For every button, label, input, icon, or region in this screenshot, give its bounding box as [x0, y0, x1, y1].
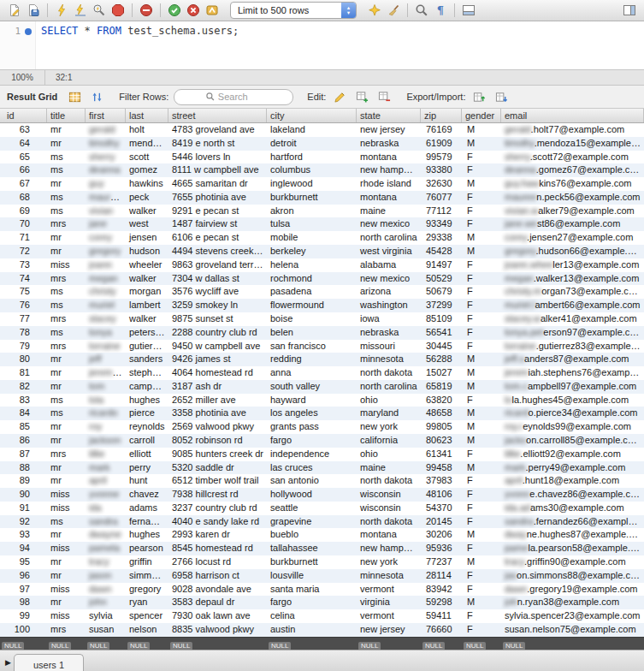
cell-title[interactable]: mr — [47, 231, 86, 245]
column-header-zip[interactable]: zip — [421, 109, 462, 122]
cell-last[interactable]: spencer — [126, 609, 168, 623]
cell-state[interactable]: new jersey — [357, 123, 421, 137]
cell-last[interactable]: scott — [126, 151, 168, 164]
cell-title[interactable]: miss — [47, 542, 86, 555]
cell-last[interactable]: reynolds — [126, 420, 168, 434]
cell-gender[interactable]: M — [462, 420, 501, 434]
new-script-button[interactable] — [5, 2, 24, 19]
cell-gender[interactable]: F — [462, 609, 501, 623]
refresh-button[interactable] — [88, 88, 105, 105]
cell-gender[interactable]: M — [462, 555, 501, 569]
cell-id[interactable]: 73 — [0, 258, 47, 272]
cell-street[interactable]: 1487 fairview st — [168, 217, 267, 231]
cell-last[interactable]: adams — [126, 502, 168, 515]
cell-id[interactable]: 90 — [0, 488, 47, 502]
cell-city[interactable]: burkburnett — [267, 555, 357, 569]
cell-last[interactable]: pearson — [126, 542, 168, 555]
cell-title[interactable]: ms — [47, 151, 86, 164]
cell-last[interactable]: hughes — [126, 528, 168, 542]
explain-button[interactable] — [90, 2, 109, 19]
table-row[interactable]: 93mrdwaynehughes2993 karen drbueblomonta… — [0, 528, 644, 542]
cell-state[interactable]: iowa — [357, 312, 421, 326]
cell-title[interactable]: miss — [47, 583, 86, 597]
search-input[interactable] — [218, 92, 263, 102]
cell-title[interactable]: mrs — [47, 448, 86, 461]
cell-first[interactable]: pamela — [86, 542, 126, 555]
cell-email[interactable]: dawn.gregory19@example.com — [501, 583, 644, 597]
cell-first[interactable]: ida — [86, 502, 126, 515]
cell-street[interactable]: 9291 e pecan st — [168, 205, 267, 218]
cell-first[interactable]: timothy — [86, 137, 126, 151]
cell-street[interactable]: 7930 oak lawn ave — [168, 609, 267, 623]
cell-id[interactable]: 95 — [0, 555, 47, 569]
cell-state[interactable]: north dakota — [357, 474, 421, 488]
cell-email[interactable]: gregory.hudson66@example.com — [501, 245, 644, 258]
cell-email[interactable]: stacey.walker41@example.com — [501, 312, 644, 326]
cell-id[interactable]: 71 — [0, 231, 47, 245]
cell-city[interactable]: hayward — [267, 394, 357, 407]
table-row[interactable]: 98mrjohnryan3583 depaul drfargovirginia5… — [0, 596, 644, 609]
cell-id[interactable]: 70 — [0, 217, 47, 231]
cell-gender[interactable]: M — [462, 177, 501, 191]
table-row[interactable]: 91missidaadams3237 country club rdseattl… — [0, 502, 644, 515]
cell-first[interactable]: christy — [86, 285, 126, 299]
cell-city[interactable]: burkburnett — [267, 191, 357, 205]
find-button[interactable] — [412, 2, 431, 19]
cell-zip[interactable]: 76077 — [421, 191, 462, 205]
column-header-id[interactable]: id — [0, 109, 47, 122]
cell-last[interactable]: ryan — [126, 596, 168, 609]
cell-email[interactable]: tom.campbell97@example.com — [501, 380, 644, 394]
cell-first[interactable]: dwayne — [86, 528, 126, 542]
table-row[interactable]: 72mrgregoryhudson4494 stevens creek blvd… — [0, 245, 644, 258]
cell-email[interactable]: jason.simmons88@example.com — [501, 569, 644, 583]
cell-gender[interactable]: M — [462, 434, 501, 448]
cell-last[interactable]: fernandez — [126, 515, 168, 529]
cell-first[interactable]: roy — [86, 420, 126, 434]
cell-first[interactable]: stacey — [86, 312, 126, 326]
cell-first[interactable]: jeff — [86, 353, 126, 366]
cell-zip[interactable]: 77237 — [421, 555, 462, 569]
table-row[interactable]: 74mrsmeganwalker7304 w dallas strochmond… — [0, 272, 644, 286]
cell-id[interactable]: 96 — [0, 569, 47, 583]
cell-gender[interactable]: F — [462, 299, 501, 312]
cell-id[interactable]: 86 — [0, 434, 47, 448]
cell-title[interactable]: mr — [47, 420, 86, 434]
cell-title[interactable]: mr — [47, 555, 86, 569]
cell-zip[interactable]: 83942 — [421, 583, 462, 597]
cell-state[interactable]: nebraska — [357, 326, 421, 340]
cell-id[interactable]: 72 — [0, 245, 47, 258]
cell-state[interactable]: ohio — [357, 448, 421, 461]
cell-first[interactable]: vivian — [86, 205, 126, 218]
cell-title[interactable]: miss — [47, 502, 86, 515]
cell-state[interactable]: nebraska — [357, 137, 421, 151]
cell-street[interactable]: 8835 valwood pkwy — [168, 623, 267, 637]
cell-city[interactable]: fargo — [267, 596, 357, 609]
table-row[interactable]: 100mrssusannelson8835 valwood pkwyaustin… — [0, 623, 644, 637]
table-row[interactable]: 64mrtimothymendoza8419 e north stdetroit… — [0, 137, 644, 151]
cell-city[interactable]: akron — [267, 205, 357, 218]
cell-first[interactable]: deanna — [86, 163, 126, 177]
cell-zip[interactable]: 30445 — [421, 340, 462, 353]
cell-zip[interactable]: 28114 — [421, 569, 462, 583]
cell-gender[interactable]: M — [462, 245, 501, 258]
cell-email[interactable]: pamela.pearson58@example.com — [501, 542, 644, 555]
cell-first[interactable]: jane — [86, 217, 126, 231]
cell-zip[interactable]: 30206 — [421, 528, 462, 542]
table-row[interactable]: 81mrjeremiahstephens4064 homestead rdann… — [0, 366, 644, 380]
table-row[interactable]: 76msmuriellambert3259 smokey lnflowermou… — [0, 299, 644, 312]
cell-id[interactable]: 98 — [0, 596, 47, 609]
cell-zip[interactable]: 99805 — [421, 420, 462, 434]
cell-gender[interactable]: M — [462, 366, 501, 380]
cell-city[interactable]: grapevine — [267, 515, 357, 529]
cell-state[interactable]: montana — [357, 151, 421, 164]
cell-title[interactable]: ms — [47, 163, 86, 177]
cell-gender[interactable]: F — [462, 326, 501, 340]
cell-last[interactable]: walker — [126, 272, 168, 286]
result-tab-users1[interactable]: users 1 — [14, 654, 84, 671]
cell-city[interactable]: lakeland — [267, 123, 357, 137]
cell-email[interactable]: christy.morgan73@example.com — [501, 285, 644, 299]
cell-state[interactable]: minnesota — [357, 353, 421, 366]
cell-zip[interactable]: 85109 — [421, 312, 462, 326]
cell-first[interactable]: jackson — [86, 434, 126, 448]
cell-email[interactable]: ricardo.pierce34@example.com — [501, 407, 644, 420]
